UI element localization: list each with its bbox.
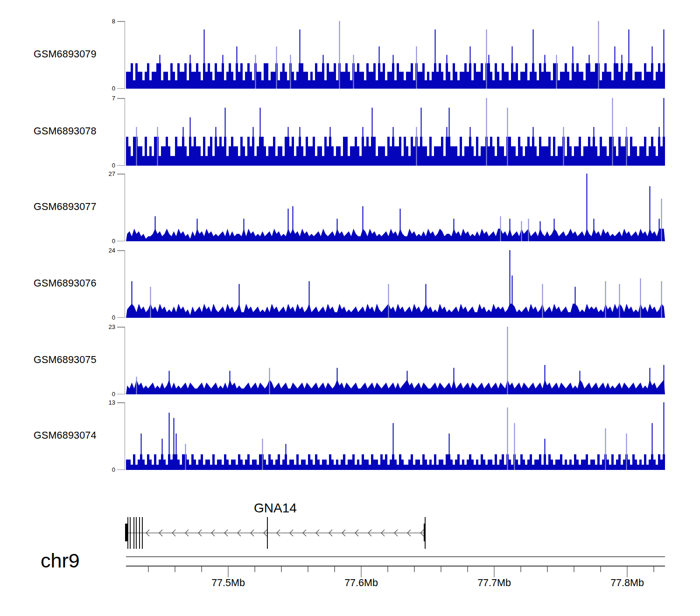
coverage-spike: [652, 423, 653, 470]
coverage-spike: [255, 55, 256, 89]
coverage-spike: [160, 55, 161, 89]
coverage-spike: [470, 46, 471, 89]
track-sample-label: GSM6893078: [34, 126, 97, 137]
y-axis-line: [125, 98, 126, 166]
coverage-spike: [512, 46, 513, 89]
coverage-spike: [594, 219, 595, 241]
coverage-spike: [652, 46, 653, 89]
coverage-spike: [136, 377, 137, 394]
coverage-spike: [659, 127, 660, 166]
coverage-spike: [533, 127, 534, 166]
coverage-spike: [393, 55, 394, 89]
coverage-baseline-area: [126, 304, 665, 318]
coverage-spike: [554, 219, 555, 241]
coverage-spike: [573, 46, 574, 89]
coverage-spike: [337, 219, 338, 241]
coverage-spike: [230, 371, 231, 394]
coverage-spike: [223, 55, 224, 89]
y-axis-top-tick: [117, 402, 125, 403]
data-track: GSM689307980: [0, 21, 700, 89]
coverage-spike: [626, 127, 627, 166]
coverage-spike: [542, 284, 543, 318]
coverage-spike: [237, 46, 238, 89]
coverage-baseline-area: [126, 137, 665, 166]
coverage-plot: [126, 402, 665, 470]
y-axis-line: [125, 327, 126, 394]
coverage-spike: [239, 284, 240, 318]
coverage-baseline-area: [126, 380, 665, 395]
y-axis-top-tick: [117, 174, 125, 175]
coverage-spike: [132, 281, 133, 318]
coverage-spike: [580, 371, 581, 394]
coverage-spike: [650, 186, 651, 241]
coverage-spike: [244, 219, 245, 241]
coverage-spike: [169, 413, 170, 470]
coverage-spike: [416, 46, 417, 89]
coverage-spike: [435, 29, 436, 89]
coverage-spike: [545, 439, 546, 470]
coverage-spike: [589, 55, 590, 89]
coverage-spike: [449, 108, 450, 166]
coverage-spike: [262, 439, 263, 470]
coverage-spike: [664, 98, 665, 166]
coverage-spike: [587, 174, 588, 241]
coverage-spike: [141, 434, 142, 470]
coverage-spike: [661, 281, 662, 318]
gene-and-axis-panel: GNA14 77.5Mb77.6Mb77.7Mb77.8Mb: [0, 485, 700, 616]
coverage-spike: [225, 108, 226, 166]
y-axis-top-tick: [117, 98, 125, 99]
coverage-spike: [629, 29, 630, 89]
coverage-spike: [337, 368, 338, 394]
data-track: GSM6893074130: [0, 402, 700, 470]
y-axis-zero-label: 0: [96, 315, 115, 321]
coverage-spike: [155, 216, 156, 241]
coverage-spike: [545, 365, 546, 394]
coverage-spike: [174, 418, 175, 470]
coverage-spike: [512, 275, 513, 318]
coverage-spike: [416, 127, 417, 166]
y-axis-top-tick: [117, 327, 125, 328]
coverage-spike: [309, 281, 310, 318]
coverage-spike: [594, 127, 595, 166]
track-sample-label: GSM6893076: [34, 278, 97, 289]
coverage-spike: [507, 327, 508, 394]
coverage-spike: [449, 434, 450, 470]
coverage-spike: [426, 284, 427, 318]
coverage-spike: [454, 368, 455, 394]
coverage-spike: [626, 434, 627, 470]
data-track: GSM6893076240: [0, 250, 700, 318]
coverage-spike: [470, 127, 471, 166]
coverage-spike: [216, 127, 217, 166]
y-axis-zero-label: 0: [96, 85, 115, 91]
gene-name-label: GNA14: [254, 501, 297, 515]
coverage-spike: [190, 117, 191, 166]
coverage-spike: [407, 371, 408, 394]
coverage-spike: [288, 127, 289, 166]
coverage-spike: [486, 98, 487, 166]
coverage-spike: [136, 127, 137, 166]
coverage-spike: [379, 46, 380, 89]
coverage-spike: [615, 46, 616, 89]
axis-tick-label: 77.5Mb: [211, 577, 245, 588]
coverage-spike: [372, 108, 373, 166]
coverage-spike: [339, 21, 340, 89]
coverage-spike: [388, 284, 389, 318]
coverage-spike: [393, 127, 394, 166]
coverage-spike: [447, 55, 448, 89]
y-axis-bottom-tick: [117, 88, 125, 89]
coverage-spike: [486, 29, 487, 89]
coverage-spike: [363, 127, 364, 166]
y-axis-zero-label: 0: [96, 162, 115, 168]
coverage-spike: [556, 55, 557, 89]
coverage-spike: [528, 219, 529, 241]
track-sample-label: GSM6893077: [34, 201, 97, 213]
coverage-spike: [510, 250, 511, 318]
coverage-spike: [661, 199, 662, 241]
coverage-spike: [575, 287, 576, 318]
y-axis-max-label: 7: [96, 95, 115, 101]
coverage-spikes: [155, 174, 662, 241]
coverage-plot: [126, 98, 665, 166]
y-axis-bottom-tick: [117, 165, 125, 166]
y-axis-line: [125, 174, 126, 241]
coverage-spike: [640, 278, 641, 318]
